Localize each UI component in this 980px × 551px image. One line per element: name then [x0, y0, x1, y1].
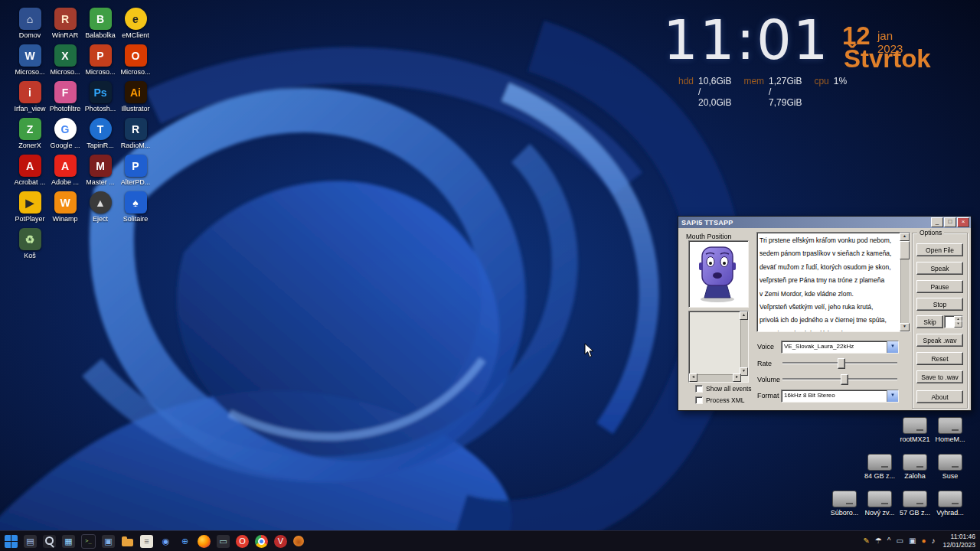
event-list-vscrollbar[interactable]: ▲ ▼ [740, 311, 748, 376]
desktop-icon-photofiltre[interactable]: FPhotofiltre [47, 81, 83, 118]
chrome-icon[interactable] [255, 535, 268, 548]
drive-zaloha[interactable]: Zaloha [897, 450, 933, 487]
desktop-icon-radiomaximus[interactable]: RRadioM... [118, 118, 153, 155]
desktop-icon-winrar[interactable]: RWinRAR [47, 8, 83, 44]
desktop-icon-acrobat[interactable]: AAcrobat ... [12, 155, 47, 191]
drive-suse[interactable]: Suse [933, 450, 968, 487]
scroll-up-icon[interactable]: ▲ [740, 311, 748, 320]
desktop-icon-photoshop[interactable]: PsPhotosh... [83, 81, 118, 118]
skip-count-spinner[interactable]: ▲ ▼ [944, 315, 963, 328]
volume-icon[interactable]: ♪ [931, 537, 935, 545]
terminal-icon[interactable]: >_ [81, 534, 96, 549]
folder-icon[interactable] [121, 535, 134, 548]
speak-wav-button[interactable]: Speak .wav [916, 334, 963, 347]
desktop-icon-powerpoint[interactable]: PMicroso... [83, 44, 118, 81]
scroll-up-icon[interactable]: ▲ [900, 233, 910, 241]
desktop-icon-zonerx[interactable]: ZZonerX [12, 118, 47, 155]
pause-button[interactable]: Pause [916, 280, 963, 293]
umbrella-icon[interactable]: ☂ [875, 537, 882, 545]
tray-expand-icon[interactable]: ^ [887, 537, 891, 545]
title-bar[interactable]: SAPI5 TTSAPP _ □ × [678, 217, 971, 228]
show-all-events-checkbox[interactable] [695, 385, 703, 393]
scroll-down-icon[interactable]: ▼ [900, 323, 910, 331]
taskbar-clock[interactable]: 11:01:46 12/01/2023 [942, 533, 975, 549]
workspaces-icon[interactable]: ▦ [62, 535, 75, 548]
desktop-icon-irfanview[interactable]: iIrfan_view [12, 81, 47, 118]
display-settings-icon[interactable]: ▭ [217, 535, 230, 548]
text-editor-icon[interactable]: ≡ [140, 535, 153, 548]
firefox-icon[interactable] [198, 535, 211, 548]
icon-label: Vyhrad... [936, 509, 964, 517]
slider-thumb[interactable] [838, 358, 845, 369]
rate-slider[interactable] [782, 357, 897, 368]
opera-icon[interactable]: O [236, 535, 249, 548]
drive-homem[interactable]: HomeM... [933, 413, 968, 450]
drive-84gb[interactable]: 84 GB z... [862, 450, 897, 487]
file-manager-icon[interactable]: ▣ [102, 535, 115, 548]
event-list[interactable]: ▲ ▼ ◄ ► [688, 311, 749, 383]
process-xml-checkbox[interactable] [695, 396, 703, 404]
process-xml-row[interactable]: Process XML [695, 396, 745, 404]
notes-icon[interactable]: ✎ [863, 537, 869, 545]
desktop-icon-eject[interactable]: ▲Eject [83, 191, 118, 228]
eye-icon[interactable]: ◉ [159, 535, 172, 548]
voice-select[interactable]: VE_Slovak_Laura_22kHz ▼ [781, 341, 899, 354]
taskbar-date: 12/01/2023 [942, 541, 975, 549]
desktop-icon-potplayer[interactable]: ▶PotPlayer [12, 191, 47, 228]
window-title: SAPI5 TTSAPP [680, 219, 930, 227]
reset-button[interactable]: Reset [916, 352, 963, 365]
tts-text-area[interactable]: Tri prstene elfským kráľom vonku pod neb… [756, 232, 910, 332]
desktop-icon-illustrator[interactable]: AiIllustrator [118, 81, 153, 118]
open-file-button[interactable]: Open File [916, 243, 963, 256]
volume-slider[interactable] [782, 373, 897, 384]
scroll-right-icon[interactable]: ► [733, 373, 741, 382]
app-menu-icon[interactable]: ▤ [24, 535, 37, 548]
skip-button[interactable]: Skip [916, 315, 943, 328]
start-button[interactable] [5, 535, 18, 548]
speak-button[interactable]: Speak [916, 262, 963, 275]
status-dot-icon[interactable]: ● [921, 537, 926, 545]
format-select[interactable]: 16kHz 8 Bit Stereo ▼ [781, 390, 899, 403]
paw-app-icon[interactable] [293, 536, 304, 546]
vivaldi-icon[interactable]: V [274, 535, 287, 548]
desktop-icon-emclient[interactable]: eeMClient [118, 8, 153, 44]
slider-thumb[interactable] [841, 374, 848, 385]
desktop-icon-adobe[interactable]: AAdobe ... [47, 155, 83, 191]
scrollbar-thumb[interactable] [900, 241, 910, 259]
display-icon[interactable]: ▭ [897, 537, 903, 545]
chevron-down-icon[interactable]: ▼ [887, 390, 898, 402]
stop-button[interactable]: Stop [916, 298, 963, 311]
desktop-icon-tapinradio[interactable]: TTapinR... [83, 118, 118, 155]
icon-label: WinRAR [52, 31, 79, 39]
irfanview-icon: i [19, 81, 41, 103]
event-list-hscrollbar[interactable]: ◄ ► [689, 374, 741, 382]
desktop-icon-solitaire[interactable]: ♠Solitaire [118, 191, 153, 228]
desktop-icon-balabolka[interactable]: BBalabolka [83, 8, 118, 44]
desktop-icon-google[interactable]: GGoogle ... [47, 118, 83, 155]
drive-vyhrad[interactable]: Vyhrad... [933, 487, 968, 523]
drive-rootmx21[interactable]: rootMX21 [897, 413, 933, 450]
chevron-down-icon[interactable]: ▼ [887, 341, 898, 353]
desktop-icon-winamp[interactable]: WWinamp [47, 191, 83, 228]
scroll-left-icon[interactable]: ◄ [689, 373, 697, 382]
clipboard-icon[interactable]: ▣ [909, 537, 916, 545]
spin-down-icon[interactable]: ▼ [954, 321, 962, 328]
desktop-icon-masterpdf[interactable]: MMaster ... [83, 155, 118, 191]
desktop-icon-kos[interactable]: ♻Koš [12, 228, 47, 265]
save-to-wav-button[interactable]: Save to .wav [916, 370, 963, 383]
search-icon[interactable] [43, 535, 56, 548]
web-browser-icon[interactable]: ⊕ [178, 535, 191, 548]
show-all-events-row[interactable]: Show all events [695, 385, 752, 393]
desktop-icon-domov[interactable]: ⌂Domov [12, 8, 47, 44]
desktop-icon-alterpdf[interactable]: PAlterPD... [118, 155, 153, 191]
close-button[interactable]: × [957, 217, 969, 227]
about-button[interactable]: About [916, 390, 963, 403]
desktop-icon-office[interactable]: OMicroso... [118, 44, 153, 81]
maximize-button[interactable]: □ [944, 217, 956, 227]
drive-suboro[interactable]: Súboro... [827, 487, 862, 523]
drive-57gb[interactable]: 57 GB z... [897, 487, 933, 523]
drive-novyzv[interactable]: Nový zv... [862, 487, 897, 523]
desktop-icon-excel[interactable]: XMicroso... [47, 44, 83, 81]
desktop-icon-word[interactable]: WMicroso... [12, 44, 47, 81]
minimize-button[interactable]: _ [931, 217, 943, 227]
